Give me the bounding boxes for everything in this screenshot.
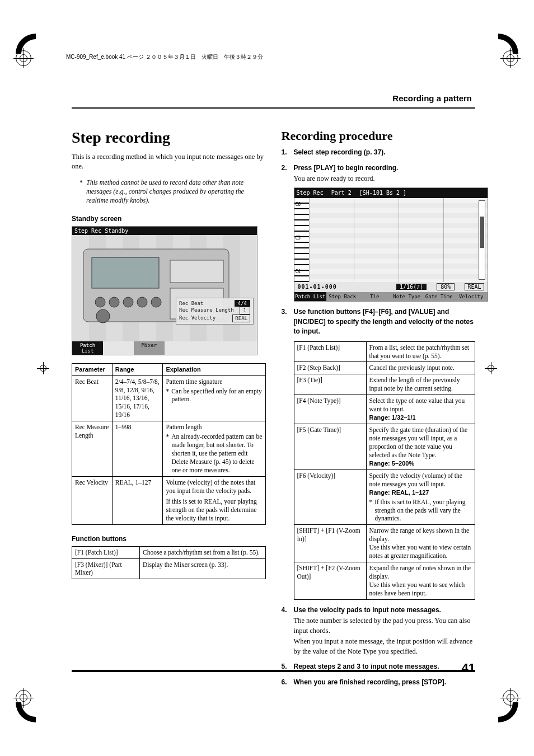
lcd2-f2: Step Back <box>326 292 359 302</box>
standby-screen-head: Standby screen <box>72 215 266 223</box>
lcd-f3: Mixer <box>134 341 165 355</box>
table-row: [F6 (Velocity)] Specify the velocity (vo… <box>294 469 475 525</box>
parameter-table: Parameter Range Explanation Rec Beat 2/4… <box>72 363 266 524</box>
table-row: [F5 (Gate Time)] Specify the gate time (… <box>294 424 475 470</box>
lcd2-velocity-value: REAL <box>465 283 484 290</box>
svg-rect-8 <box>170 260 223 283</box>
th-parameter: Parameter <box>72 364 113 375</box>
table-row: [SHIFT] + [F1 (V-Zoom In)] Narrow the ra… <box>294 525 475 562</box>
intro-note-text: This method cannot be used to record dat… <box>86 179 244 204</box>
table-row: [F1 (Patch List)]From a list, select the… <box>294 341 475 362</box>
svg-point-3 <box>109 297 119 307</box>
lcd-title: Step Rec Standby <box>74 228 128 234</box>
svg-point-7 <box>96 309 110 323</box>
lcd2-f5: Gate Time <box>423 292 456 302</box>
svg-point-2 <box>95 297 105 307</box>
intro-paragraph: This is a recording method in which you … <box>72 152 266 171</box>
lcd2-f3: Tie <box>359 292 391 302</box>
table-row: [F3 (Tie)]Extend the length of the previ… <box>294 374 475 395</box>
table-row: Rec Velocity REAL, 1–127 Volume (velocit… <box>72 476 266 524</box>
lcd2-oct-c5: C5 <box>296 235 301 241</box>
function-buttons-table: [F1 (Patch List)] Choose a patch/rhythm … <box>72 546 266 580</box>
lcd2-position: 001-01-000 <box>298 283 337 291</box>
step-4: Use the velocity pads to input note mess… <box>282 605 476 657</box>
svg-point-6 <box>151 297 161 307</box>
procedure-table: [F1 (Patch List)]From a list, select the… <box>294 341 476 600</box>
lcd-rec-measure-label: Rec Measure Length <box>179 307 234 314</box>
lcd-rec-velocity-label: Rec Velocity <box>179 314 216 322</box>
lcd2-oct-c4: C4 <box>296 269 301 275</box>
registration-mark <box>16 50 31 66</box>
registration-mark <box>39 364 48 373</box>
lcd2-f1: Patch List <box>294 292 327 302</box>
lcd2-f4: Note Type <box>391 292 423 302</box>
table-row: [F1 (Patch List)] Choose a patch/rhythm … <box>72 546 266 558</box>
step-6: When you are finished recording, press [… <box>282 678 476 688</box>
svg-rect-1 <box>92 257 159 288</box>
lcd2-note-type-value: 1/16(♪) <box>396 284 427 290</box>
lcd-rec-measure-value: 1 <box>240 307 250 314</box>
device-illustration <box>72 235 257 341</box>
page-number: 41 <box>462 661 475 675</box>
lcd2-title: Step Rec <box>297 189 324 197</box>
lcd2-f6: Velocity <box>455 292 488 302</box>
registration-mark <box>486 364 495 373</box>
registration-mark <box>503 50 518 66</box>
lcd2-oct-c6: C6 <box>296 201 301 208</box>
function-buttons-head: Function buttons <box>72 535 266 543</box>
table-row: [F3 (Mixer)] (Part Mixer) Display the Mi… <box>72 558 266 579</box>
lcd2-scrollbar <box>479 200 485 280</box>
table-row: Rec Beat 2/4–7/4, 5/8–7/8, 9/8, 12/8, 9/… <box>72 375 266 421</box>
table-row: Rec Measure Length 1–998 Pattern length … <box>72 421 266 477</box>
section-title: Step recording <box>72 129 266 147</box>
lcd-rec-beat-label: Rec Beat <box>179 300 203 307</box>
step-1: Select step recording (p. 37). <box>282 148 476 158</box>
lcd2-part: Part 2 <box>331 189 352 197</box>
lcd-rec-velocity-value: REAL <box>232 314 250 322</box>
registration-mark <box>16 690 31 706</box>
registration-mark <box>503 690 518 706</box>
step-2: Press [PLAY] to begin recording. You are… <box>282 163 476 302</box>
lcd-rec-beat-value: 4/4 <box>235 300 250 307</box>
folio-line: MC-909_Ref_e.book 41 ページ ２００５年３月１日 火曜日 午… <box>66 53 263 61</box>
step-3: Use function buttons [F4]–[F6], and [VAL… <box>282 307 476 600</box>
standby-lcd: Step Rec Standby <box>72 226 257 355</box>
th-range: Range <box>112 364 163 375</box>
running-head-rule <box>72 107 475 109</box>
table-row: [F4 (Note Type)] Select the type of note… <box>294 395 475 424</box>
step-rec-lcd: Step Rec Part 2 [SH-101 Bs 2 ] C6 C5 C4 <box>294 187 488 302</box>
lcd-f1: Patch List <box>72 341 103 355</box>
table-row: [SHIFT] + [F2 (V-Zoom Out)] Expand the r… <box>294 562 475 600</box>
svg-point-5 <box>137 297 147 307</box>
th-explanation: Explanation <box>163 364 265 375</box>
procedure-title: Recording procedure <box>282 129 476 143</box>
table-row: [F2 (Step Back)]Cancel the previously in… <box>294 362 475 374</box>
lcd2-patch: [SH-101 Bs 2 ] <box>359 189 406 197</box>
lcd2-gate-value: 80% <box>437 283 455 290</box>
svg-point-4 <box>123 297 133 307</box>
intro-note: *This method cannot be used to record da… <box>72 178 266 205</box>
running-head: Recording a pattern <box>389 92 475 104</box>
footer-rule: 41 <box>72 670 475 672</box>
